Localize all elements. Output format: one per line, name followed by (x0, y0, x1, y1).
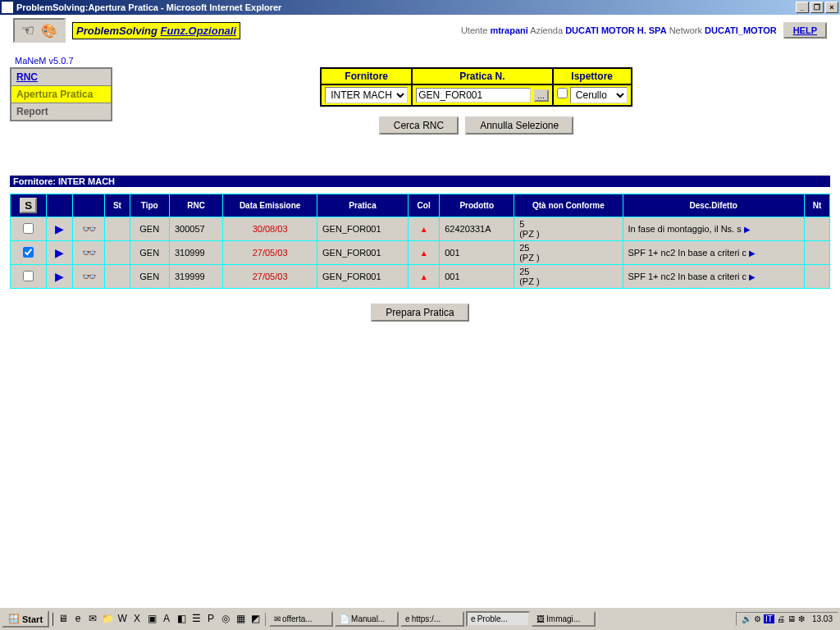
expand-icon[interactable]: ▶ (749, 272, 756, 281)
nav-buttons: ☜ 🎨 (13, 18, 66, 43)
ql-powerpoint-icon[interactable]: P (204, 613, 217, 626)
utente-value: mtrapani (490, 25, 527, 35)
ql-app4-icon[interactable]: ◎ (219, 613, 232, 626)
filter-fornitore-header: Fornitore (321, 68, 412, 84)
task-label: Manual... (351, 614, 385, 623)
task-label: Proble... (477, 614, 508, 623)
ql-excel-icon[interactable]: X (130, 613, 144, 626)
sidebar-item-apertura[interactable]: Apertura Pratica (11, 86, 111, 103)
task-icon: ✉ (274, 614, 281, 623)
filter-ispettore-header: Ispettore (553, 68, 632, 84)
cerca-rnc-button[interactable]: Cerca RNC (379, 116, 459, 135)
task-icon: e (471, 614, 476, 623)
col-pratica: Pratica (317, 194, 409, 217)
tray-icon[interactable]: 🖨 (777, 614, 785, 623)
sidebar-item-rnc[interactable]: RNC (11, 69, 111, 86)
warning-icon: ▲ (420, 225, 428, 234)
network-label: Network (669, 25, 702, 35)
flag-icon[interactable]: ▶ (55, 246, 64, 259)
taskbar-tasks: ✉offerta...📄Manual...ehttps:/...eProble.… (269, 611, 736, 627)
ql-ie-icon[interactable]: e (71, 613, 84, 626)
taskbar-task[interactable]: 📄Manual... (335, 611, 399, 627)
pratica-browse-button[interactable]: ... (534, 89, 549, 102)
col-col: Col (409, 194, 440, 217)
ql-acrobat-icon[interactable]: A (160, 613, 173, 626)
utente-label: Utente (461, 25, 487, 35)
problemsolving-label: ProblemSolving (76, 25, 158, 37)
palette-icon[interactable]: 🎨 (41, 23, 57, 39)
tray-lang[interactable]: IT (764, 614, 774, 623)
ql-explorer-icon[interactable]: 📁 (101, 613, 114, 626)
taskbar-task[interactable]: ✉offerta... (269, 611, 333, 627)
minimize-button[interactable]: _ (796, 2, 809, 13)
select-all-button[interactable]: S (20, 198, 37, 213)
ql-app2-icon[interactable]: ◧ (175, 613, 188, 626)
prepara-pratica-button[interactable]: Prepara Pratica (371, 304, 468, 322)
ql-app3-icon[interactable]: ☰ (189, 613, 203, 626)
ispettore-checkbox[interactable] (557, 88, 568, 98)
ql-word-icon[interactable]: W (116, 613, 129, 626)
flag-icon[interactable]: ▶ (55, 270, 64, 283)
ql-desktop-icon[interactable]: 🖥 (57, 613, 70, 626)
binoculars-icon[interactable]: 👓 (82, 270, 96, 283)
cell-st (105, 217, 130, 241)
tray-icon[interactable]: 🔊 (742, 614, 751, 623)
col-nt: Nt (804, 194, 829, 217)
taskbar-task[interactable]: eProble... (466, 611, 530, 627)
azienda-label: Azienda (530, 25, 563, 35)
close-button[interactable]: × (825, 2, 838, 13)
col-view (72, 194, 104, 217)
binoculars-icon[interactable]: 👓 (82, 222, 96, 235)
task-label: https:/... (412, 614, 441, 623)
cell-qta: 5(PZ ) (514, 217, 623, 241)
flag-icon[interactable]: ▶ (55, 222, 64, 235)
tray-icon[interactable]: ⚙ (754, 614, 761, 623)
row-checkbox[interactable] (23, 271, 34, 281)
cell-pratica: GEN_FOR001 (317, 217, 409, 241)
annulla-selezione-button[interactable]: Annulla Selezione (465, 116, 573, 135)
module-box: ProblemSolving Funz.Opzionali (72, 22, 240, 39)
ql-app1-icon[interactable]: ▣ (145, 613, 158, 626)
sidebar-item-report[interactable]: Report (11, 103, 111, 120)
cell-data: 27/05/03 (223, 265, 317, 289)
start-button[interactable]: 🪟 Start (2, 610, 49, 628)
expand-icon[interactable]: ▶ (749, 249, 756, 258)
cell-rnc: 300057 (169, 217, 222, 241)
version-label: MaNeM v5.0.7 (15, 56, 840, 66)
window-titlebar: ProblemSolving:Apertura Pratica - Micros… (0, 0, 840, 15)
expand-icon[interactable]: ▶ (744, 225, 751, 234)
ql-outlook-icon[interactable]: ✉ (86, 613, 99, 626)
rnc-table: S St Tipo RNC Data Emissione Pratica Col… (10, 194, 830, 289)
row-checkbox[interactable] (23, 247, 34, 258)
filter-pratica-header: Pratica N. (412, 68, 552, 84)
cell-tipo: GEN (130, 241, 169, 265)
binoculars-icon[interactable]: 👓 (82, 246, 96, 259)
taskbar-task[interactable]: 🖼Immagi... (532, 611, 596, 627)
back-hand-icon[interactable]: ☜ (21, 21, 34, 39)
filter-panel: Fornitore Pratica N. Ispettore INTER MAC… (320, 67, 632, 107)
quick-launch: 🖥 e ✉ 📁 W X ▣ A ◧ ☰ P ◎ ▦ ◩ (52, 613, 266, 626)
taskbar-task[interactable]: ehttps:/... (400, 611, 464, 627)
cell-prodotto: 62420331A (440, 217, 514, 241)
table-row: ▶👓GEN31099927/05/03GEN_FOR001▲00125(PZ )… (11, 241, 830, 265)
app-toolbar: ☜ 🎨 ProblemSolving Funz.Opzionali Utente… (0, 15, 840, 46)
tray-icon[interactable]: ❇ (798, 614, 805, 623)
cell-st (105, 241, 130, 265)
fornitore-select[interactable]: INTER MACH (325, 87, 408, 103)
col-prodotto: Prodotto (440, 194, 514, 217)
cell-prodotto: 001 (440, 241, 514, 265)
restore-button[interactable]: ❐ (810, 2, 824, 13)
ql-app6-icon[interactable]: ◩ (249, 613, 262, 626)
windows-logo-icon: 🪟 (8, 614, 20, 624)
side-menu: RNC Apertura Pratica Report (10, 67, 112, 121)
cell-tipo: GEN (130, 265, 169, 289)
help-button[interactable]: HELP (783, 22, 827, 39)
window-title: ProblemSolving:Apertura Pratica - Micros… (16, 2, 794, 12)
tray-icon[interactable]: 🖥 (788, 614, 796, 623)
funz-opzionali-link[interactable]: Funz.Opzionali (161, 25, 236, 37)
row-checkbox[interactable] (23, 223, 34, 234)
col-tipo: Tipo (130, 194, 169, 217)
ql-app5-icon[interactable]: ▦ (234, 613, 247, 626)
ispettore-select[interactable]: Cerullo (570, 87, 628, 103)
pratica-input[interactable] (416, 88, 531, 103)
